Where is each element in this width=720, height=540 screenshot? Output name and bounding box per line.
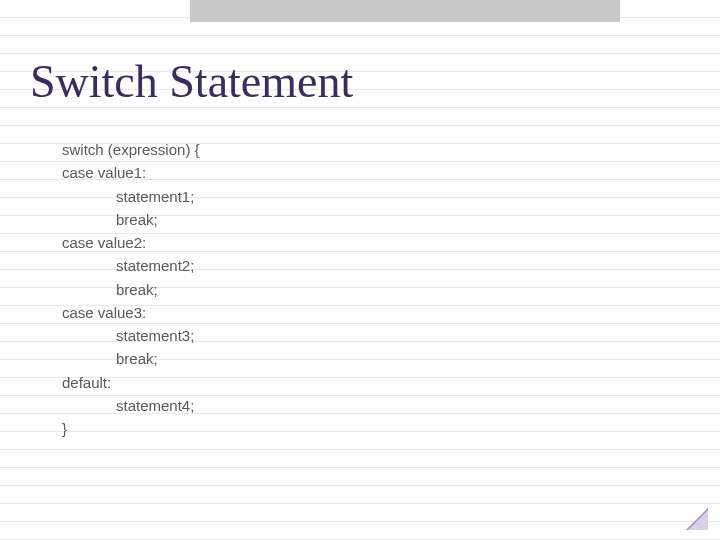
code-line: break; [62, 208, 720, 231]
code-block: switch (expression) { case value1: state… [30, 138, 720, 440]
code-line: case value2: [62, 231, 720, 254]
page-corner-icon [686, 508, 708, 530]
code-line: statement2; [62, 254, 720, 277]
code-line: statement3; [62, 324, 720, 347]
code-line: break; [62, 278, 720, 301]
code-line: case value1: [62, 161, 720, 184]
code-line: default: [62, 371, 720, 394]
slide-content: Switch Statement switch (expression) { c… [0, 0, 720, 440]
code-line: statement4; [62, 394, 720, 417]
code-line: switch (expression) { [62, 138, 720, 161]
code-line: } [62, 417, 720, 440]
slide-title: Switch Statement [30, 55, 720, 108]
code-line: break; [62, 347, 720, 370]
code-line: statement1; [62, 185, 720, 208]
code-line: case value3: [62, 301, 720, 324]
